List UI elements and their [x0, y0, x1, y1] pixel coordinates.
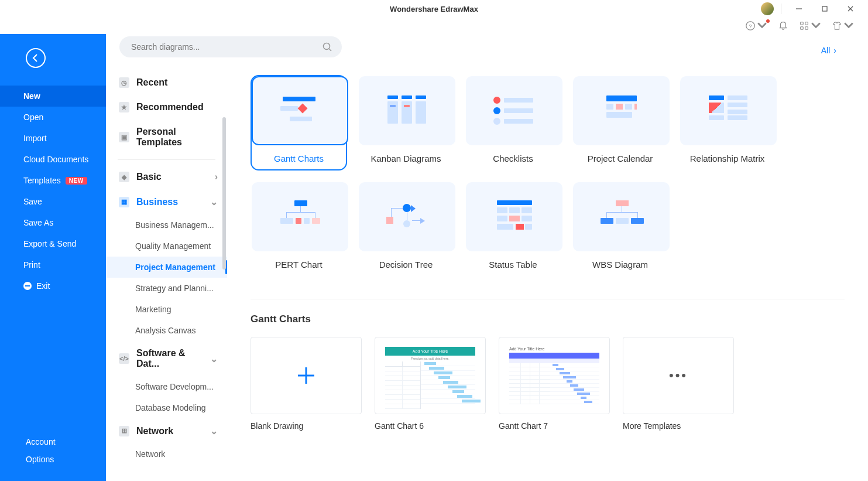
all-link[interactable]: All › — [821, 46, 836, 55]
sidebar-item-label: Save As — [23, 218, 53, 227]
card-label: Checklists — [466, 153, 560, 163]
category-card-kanban[interactable]: Kanban Diagrams — [358, 75, 454, 170]
maximize-button[interactable] — [814, 0, 835, 18]
sidebar-item-open[interactable]: Open — [0, 107, 106, 128]
avatar[interactable] — [761, 2, 774, 15]
template-gantt6[interactable]: Add Your Title HereFreedom,you add detai… — [375, 337, 486, 431]
template-more[interactable]: •••More Templates — [623, 337, 734, 431]
sidebar-item-print[interactable]: Print — [0, 254, 106, 275]
back-button[interactable] — [26, 48, 46, 68]
help-icon[interactable]: ? — [745, 21, 767, 31]
bell-icon[interactable] — [778, 21, 788, 31]
category-card-checklist[interactable]: Checklists — [465, 75, 561, 170]
sidebar-item-exit[interactable]: Exit — [0, 275, 106, 296]
category-card-wbs[interactable]: WBS Diagram — [572, 181, 668, 277]
sidebar-item-label: Export & Send — [23, 239, 76, 248]
chevron-right-icon: › — [215, 172, 218, 182]
category-business[interactable]: ▦Business⌄ — [106, 189, 227, 214]
category-label: Recent — [136, 77, 167, 88]
card-preview — [359, 76, 455, 145]
category-card-status[interactable]: Status Table — [465, 181, 561, 277]
search-icon[interactable] — [322, 42, 332, 54]
category-basic[interactable]: ◆Basic› — [106, 165, 227, 189]
sidebar-item-label: Account — [26, 437, 56, 446]
toolbar-icons: ? — [0, 18, 868, 34]
card-label: WBS Diagram — [573, 260, 667, 270]
sidebar-item-saveas[interactable]: Save As — [0, 212, 106, 233]
subcat-analysis[interactable]: Analysis Canvas — [106, 320, 227, 341]
exit-icon — [23, 282, 32, 290]
card-preview — [573, 182, 670, 251]
sidebar-item-label: Cloud Documents — [23, 155, 88, 164]
card-preview — [466, 76, 562, 145]
card-preview — [680, 76, 777, 145]
sidebar-item-options[interactable]: Options — [0, 451, 106, 468]
sidebar-item-save[interactable]: Save — [0, 191, 106, 212]
app-title: Wondershare EdrawMax — [390, 5, 478, 13]
subcat-marketing[interactable]: Marketing — [106, 299, 227, 320]
category-recent[interactable]: ◷Recent — [106, 70, 227, 95]
card-label: Decision Tree — [359, 260, 453, 270]
template-label: More Templates — [623, 421, 734, 431]
network-icon: ⊞ — [119, 426, 129, 436]
subcat-quality-mgmt[interactable]: Quality Management — [106, 236, 227, 257]
category-panel: ◷Recent ★Recommended ▣Personal Templates… — [106, 34, 227, 481]
clock-icon: ◷ — [119, 77, 129, 88]
shirt-icon[interactable] — [832, 21, 854, 31]
category-recommended[interactable]: ★Recommended — [106, 95, 227, 120]
sidebar-item-cloud[interactable]: Cloud Documents — [0, 149, 106, 170]
all-link-label: All — [821, 46, 831, 55]
search-input[interactable] — [119, 36, 342, 57]
category-software[interactable]: </>Software & Dat...⌄ — [106, 341, 227, 376]
new-badge: NEW — [66, 177, 87, 185]
category-scroll[interactable]: ◷Recent ★Recommended ▣Personal Templates… — [106, 70, 227, 481]
sidebar-item-templates[interactable]: TemplatesNEW — [0, 170, 106, 191]
sidebar-item-export[interactable]: Export & Send — [0, 233, 106, 254]
template-icon: ▣ — [119, 132, 129, 142]
card-label: Relationship Matrix — [680, 153, 774, 163]
subcat-project-mgmt[interactable]: Project Management — [106, 257, 227, 278]
svg-rect-7 — [805, 22, 808, 25]
separator — [781, 4, 781, 14]
category-card-matrix[interactable]: Relationship Matrix — [679, 75, 776, 170]
divider — [251, 299, 845, 299]
category-network[interactable]: ⊞Network⌄ — [106, 418, 227, 444]
code-icon: </> — [119, 353, 129, 364]
category-card-gantt[interactable]: Gantt Charts — [251, 75, 347, 170]
chevron-right-icon: › — [833, 46, 836, 55]
template-blank[interactable]: Blank Drawing — [251, 337, 362, 431]
template-gantt7[interactable]: Add Your Title HereGantt Chart 7 — [499, 337, 610, 431]
category-card-decision[interactable]: Decision Tree — [358, 181, 454, 277]
titlebar: Wondershare EdrawMax — [0, 0, 868, 18]
card-label: Gantt Charts — [252, 153, 346, 163]
chevron-down-icon: ⌄ — [210, 196, 218, 207]
sidebar-item-label: Options — [26, 455, 54, 464]
card-preview — [359, 182, 455, 251]
category-card-calendar[interactable]: Project Calendar — [572, 75, 668, 170]
subcat-software-dev[interactable]: Software Developm... — [106, 376, 227, 397]
sidebar: New Open Import Cloud Documents Template… — [0, 34, 106, 481]
sidebar-item-new[interactable]: New — [0, 86, 106, 107]
sidebar-item-account[interactable]: Account — [0, 433, 106, 451]
template-thumb: ••• — [623, 337, 734, 414]
sidebar-item-import[interactable]: Import — [0, 128, 106, 149]
subcat-network[interactable]: Network — [106, 444, 227, 465]
grid-icon[interactable] — [799, 21, 821, 31]
sidebar-item-label: Import — [23, 134, 47, 143]
scrollbar-thumb[interactable] — [222, 117, 226, 270]
template-grid: Blank DrawingAdd Your Title HereFreedom,… — [251, 337, 845, 431]
minimize-button[interactable] — [788, 0, 809, 18]
category-personal[interactable]: ▣Personal Templates — [106, 120, 227, 155]
close-button[interactable] — [840, 0, 861, 18]
subcat-business-mgmt[interactable]: Business Managem... — [106, 214, 227, 236]
sidebar-item-label: Save — [23, 197, 42, 206]
card-preview — [466, 182, 562, 251]
subcat-database[interactable]: Database Modeling — [106, 397, 227, 418]
template-label: Gantt Chart 7 — [499, 421, 610, 431]
svg-line-13 — [330, 49, 332, 52]
search-bar — [119, 36, 342, 57]
category-card-pert[interactable]: PERT Chart — [251, 181, 347, 277]
category-label: Personal Templates — [136, 127, 218, 148]
subcat-strategy[interactable]: Strategy and Planni... — [106, 278, 227, 299]
chevron-down-icon: ⌄ — [210, 353, 218, 364]
